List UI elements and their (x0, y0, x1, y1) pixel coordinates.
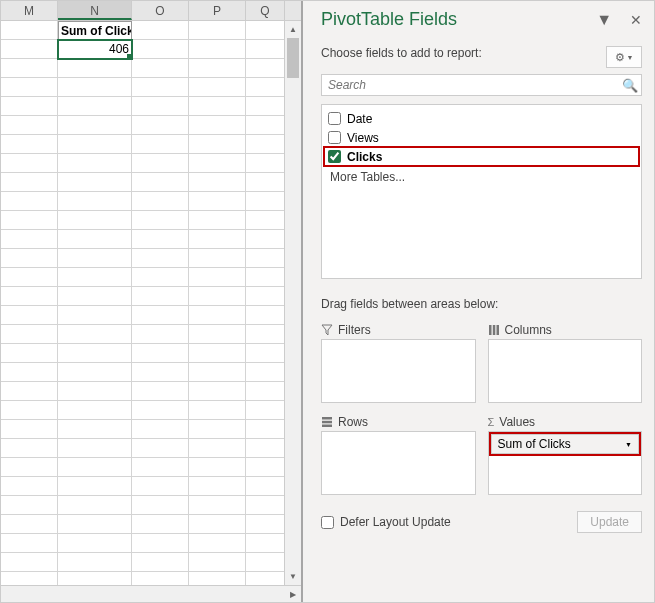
cell[interactable] (58, 211, 132, 230)
cell[interactable] (132, 382, 189, 401)
col-header-m[interactable]: M (1, 1, 58, 20)
rows-dropzone[interactable] (321, 431, 476, 495)
pane-menu-icon[interactable]: ▼ (596, 11, 612, 29)
cell[interactable] (1, 97, 58, 116)
values-dropzone[interactable]: Sum of Clicks ▼ (488, 431, 643, 495)
col-header-q[interactable]: Q (246, 1, 285, 20)
cell[interactable] (189, 78, 246, 97)
cell[interactable] (58, 458, 132, 477)
cell[interactable] (189, 325, 246, 344)
cell[interactable] (132, 515, 189, 534)
search-input[interactable] (322, 78, 619, 92)
cell[interactable] (189, 401, 246, 420)
cell[interactable] (246, 496, 285, 515)
cell[interactable] (58, 135, 132, 154)
cell[interactable] (132, 287, 189, 306)
cell[interactable] (132, 116, 189, 135)
cell[interactable] (1, 363, 58, 382)
cell[interactable] (1, 458, 58, 477)
cell[interactable] (246, 173, 285, 192)
cell[interactable] (132, 78, 189, 97)
cell[interactable] (246, 553, 285, 572)
cell[interactable] (1, 249, 58, 268)
cell[interactable] (189, 230, 246, 249)
cell[interactable] (246, 420, 285, 439)
cell[interactable] (58, 192, 132, 211)
cell[interactable] (246, 249, 285, 268)
cell[interactable] (246, 306, 285, 325)
scroll-thumb[interactable] (287, 38, 299, 78)
cell[interactable] (1, 78, 58, 97)
scroll-up-arrow[interactable]: ▲ (285, 21, 301, 38)
cell[interactable] (132, 439, 189, 458)
horizontal-scrollbar[interactable]: ▶ (1, 585, 301, 602)
cell[interactable] (246, 572, 285, 585)
cell[interactable] (1, 211, 58, 230)
cell[interactable] (189, 553, 246, 572)
cell[interactable] (58, 249, 132, 268)
cell[interactable] (1, 21, 58, 40)
cell[interactable] (246, 439, 285, 458)
field-checkbox-clicks[interactable] (328, 150, 341, 163)
cell[interactable] (132, 363, 189, 382)
cell[interactable] (132, 572, 189, 585)
cell[interactable] (132, 211, 189, 230)
cell[interactable] (132, 325, 189, 344)
close-icon[interactable]: ✕ (630, 12, 642, 28)
cell[interactable] (1, 40, 58, 59)
scroll-right-arrow[interactable]: ▶ (284, 590, 301, 599)
vertical-scrollbar[interactable]: ▲ ▼ (284, 21, 301, 585)
cell[interactable] (189, 496, 246, 515)
chevron-down-icon[interactable]: ▼ (625, 441, 632, 448)
cell[interactable] (58, 496, 132, 515)
cell[interactable] (1, 496, 58, 515)
cell[interactable] (189, 306, 246, 325)
field-item-date[interactable]: Date (324, 109, 639, 128)
cell[interactable] (189, 135, 246, 154)
more-tables-link[interactable]: More Tables... (324, 166, 639, 188)
cell[interactable] (132, 192, 189, 211)
cell[interactable] (132, 458, 189, 477)
defer-checkbox[interactable] (321, 516, 334, 529)
field-item-views[interactable]: Views (324, 128, 639, 147)
update-button[interactable]: Update (577, 511, 642, 533)
cell[interactable] (189, 344, 246, 363)
cell[interactable] (58, 553, 132, 572)
cell[interactable] (132, 135, 189, 154)
cell[interactable] (246, 382, 285, 401)
value-item-sum-of-clicks[interactable]: Sum of Clicks ▼ (491, 434, 640, 454)
cell[interactable] (246, 344, 285, 363)
cell[interactable] (1, 116, 58, 135)
cell[interactable] (189, 21, 246, 40)
cell[interactable] (189, 572, 246, 585)
cell[interactable] (1, 515, 58, 534)
cell[interactable] (132, 306, 189, 325)
cell[interactable] (132, 553, 189, 572)
search-box[interactable]: 🔍 (321, 74, 642, 96)
cell[interactable] (246, 363, 285, 382)
cell[interactable] (1, 59, 58, 78)
cell[interactable] (1, 420, 58, 439)
cell[interactable] (132, 40, 189, 59)
cell[interactable] (58, 344, 132, 363)
cell[interactable] (189, 59, 246, 78)
cell[interactable] (189, 439, 246, 458)
cell[interactable] (58, 173, 132, 192)
cell[interactable] (58, 268, 132, 287)
pivot-header-cell[interactable]: Sum of Clicks (58, 21, 132, 40)
cell[interactable] (246, 154, 285, 173)
cell[interactable] (132, 21, 189, 40)
cell[interactable] (58, 477, 132, 496)
field-checkbox-date[interactable] (328, 112, 341, 125)
cell[interactable] (132, 230, 189, 249)
cell[interactable] (246, 59, 285, 78)
cell[interactable] (58, 363, 132, 382)
cell[interactable] (246, 78, 285, 97)
cell[interactable] (132, 154, 189, 173)
cell[interactable] (246, 211, 285, 230)
cell[interactable] (246, 477, 285, 496)
cell[interactable] (58, 401, 132, 420)
cell[interactable] (246, 401, 285, 420)
cell[interactable] (189, 97, 246, 116)
col-header-p[interactable]: P (189, 1, 246, 20)
